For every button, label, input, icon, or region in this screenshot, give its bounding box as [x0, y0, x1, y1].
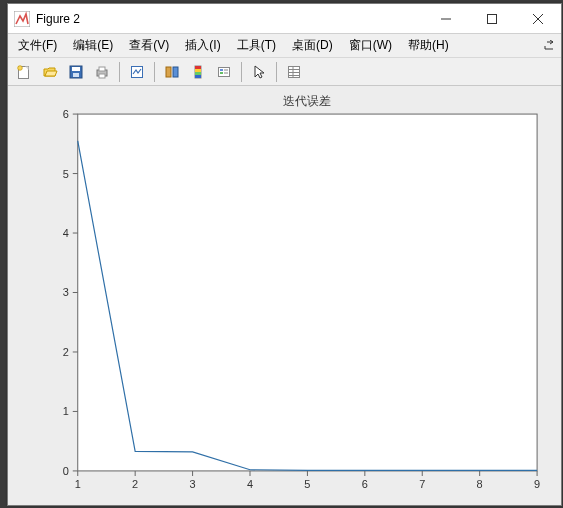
menu-window[interactable]: 窗口(W): [343, 35, 398, 56]
maximize-button[interactable]: [469, 4, 515, 34]
svg-rect-18: [195, 66, 201, 69]
chart-title: 迭代误差: [283, 94, 331, 108]
menu-desktop[interactable]: 桌面(D): [286, 35, 339, 56]
new-figure-button[interactable]: [12, 60, 36, 84]
svg-text:2: 2: [132, 478, 138, 490]
svg-rect-12: [99, 67, 105, 71]
svg-text:4: 4: [247, 478, 253, 490]
matlab-icon: [14, 11, 30, 27]
svg-text:4: 4: [63, 227, 69, 239]
svg-rect-10: [73, 73, 79, 77]
menu-view[interactable]: 查看(V): [123, 35, 175, 56]
svg-rect-21: [195, 75, 201, 78]
menu-insert[interactable]: 插入(I): [179, 35, 226, 56]
toolbar: [8, 58, 561, 86]
axes[interactable]: 迭代误差1234567890123456: [8, 86, 561, 505]
pointer-button[interactable]: [247, 60, 271, 84]
open-button[interactable]: [38, 60, 62, 84]
svg-rect-15: [166, 67, 171, 77]
menu-help[interactable]: 帮助(H): [402, 35, 455, 56]
insert-legend-button[interactable]: [212, 60, 236, 84]
print-button[interactable]: [90, 60, 114, 84]
svg-text:2: 2: [63, 346, 69, 358]
menu-overflow-icon[interactable]: [539, 39, 557, 53]
svg-rect-32: [78, 114, 537, 471]
toolbar-separator: [241, 62, 242, 82]
titlebar: Figure 2: [8, 4, 561, 34]
toolbar-separator: [276, 62, 277, 82]
svg-rect-2: [488, 14, 497, 23]
svg-rect-19: [195, 69, 201, 72]
toolbar-separator: [119, 62, 120, 82]
menu-tools[interactable]: 工具(T): [231, 35, 282, 56]
svg-text:6: 6: [63, 108, 69, 120]
svg-rect-16: [173, 67, 178, 77]
svg-text:1: 1: [63, 405, 69, 417]
figure-window: Figure 2 文件(F) 编辑(E) 查看(V) 插入(I) 工具(T) 桌…: [7, 3, 562, 506]
menubar: 文件(F) 编辑(E) 查看(V) 插入(I) 工具(T) 桌面(D) 窗口(W…: [8, 34, 561, 58]
property-inspector-button[interactable]: [282, 60, 306, 84]
figure-area: 迭代误差1234567890123456: [8, 86, 561, 505]
svg-text:1: 1: [75, 478, 81, 490]
svg-rect-20: [195, 72, 201, 75]
svg-point-7: [18, 65, 23, 70]
svg-text:7: 7: [419, 478, 425, 490]
svg-text:3: 3: [190, 478, 196, 490]
svg-text:3: 3: [63, 286, 69, 298]
svg-text:5: 5: [63, 168, 69, 180]
minimize-button[interactable]: [423, 4, 469, 34]
link-plot-button[interactable]: [160, 60, 184, 84]
save-button[interactable]: [64, 60, 88, 84]
svg-rect-13: [99, 74, 105, 78]
insert-colorbar-button[interactable]: [186, 60, 210, 84]
svg-text:5: 5: [304, 478, 310, 490]
menu-file[interactable]: 文件(F): [12, 35, 63, 56]
window-title: Figure 2: [36, 12, 423, 26]
close-button[interactable]: [515, 4, 561, 34]
toolbar-separator: [154, 62, 155, 82]
edit-plot-button[interactable]: [125, 60, 149, 84]
menu-edit[interactable]: 编辑(E): [67, 35, 119, 56]
svg-text:8: 8: [477, 478, 483, 490]
svg-rect-9: [72, 67, 80, 71]
svg-rect-22: [219, 67, 230, 76]
svg-text:9: 9: [534, 478, 540, 490]
svg-text:6: 6: [362, 478, 368, 490]
svg-text:0: 0: [63, 465, 69, 477]
